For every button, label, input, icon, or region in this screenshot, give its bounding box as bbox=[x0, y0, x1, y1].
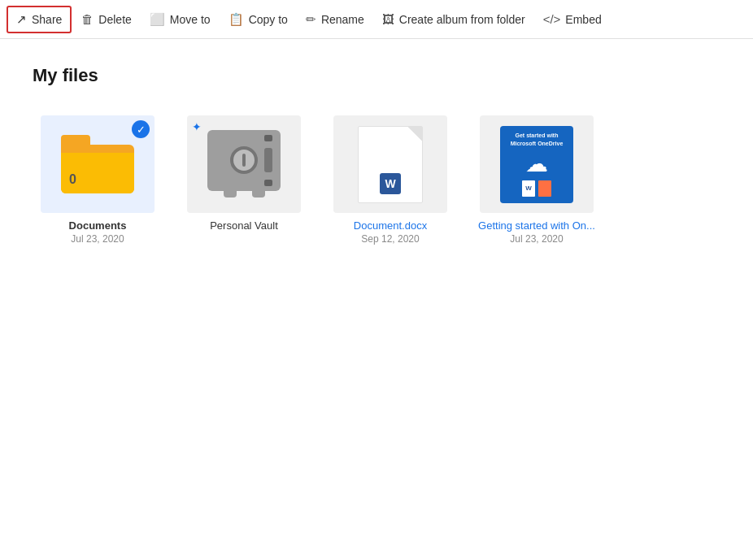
rename-label: Rename bbox=[321, 13, 364, 26]
delete-label: Delete bbox=[98, 13, 131, 26]
file-grid: 0 ✓ Documents Jul 23, 2020 bbox=[33, 109, 720, 251]
move-to-button[interactable]: ⬜ Move to bbox=[141, 7, 219, 32]
safe-icon bbox=[207, 130, 281, 199]
embed-label: Embed bbox=[565, 13, 601, 26]
embed-icon: </> bbox=[543, 12, 561, 26]
word-doc-icon: W bbox=[358, 126, 423, 203]
safe-hinge-top bbox=[264, 135, 272, 141]
folder-front: 0 bbox=[61, 153, 134, 193]
folder-tab bbox=[61, 135, 90, 148]
copy-icon: 📋 bbox=[229, 12, 244, 27]
create-album-label: Create album from folder bbox=[399, 13, 525, 26]
toolbar: ↗ Share 🗑 Delete ⬜ Move to 📋 Copy to ✏ R… bbox=[0, 0, 753, 39]
move-icon: ⬜ bbox=[150, 12, 165, 27]
docx-name: Document.docx bbox=[354, 219, 427, 232]
vault-thumbnail: ✦ bbox=[187, 115, 301, 213]
safe-feet bbox=[207, 191, 281, 198]
onedrive-cover: Get started withMicrosoft OneDrive ☁ W bbox=[500, 126, 573, 203]
rename-button[interactable]: ✏ Rename bbox=[298, 7, 372, 32]
file-item-documents[interactable]: 0 ✓ Documents Jul 23, 2020 bbox=[33, 109, 163, 251]
docx-date: Sep 12, 2020 bbox=[361, 233, 419, 245]
file-item-docx[interactable]: W Document.docx Sep 12, 2020 bbox=[325, 109, 455, 251]
selected-check-badge: ✓ bbox=[132, 120, 150, 138]
od-photo-small-icon bbox=[538, 180, 551, 197]
page-title: My files bbox=[33, 65, 720, 86]
file-item-vault[interactable]: ✦ Personal Vault bbox=[179, 109, 309, 251]
folder-icon: 0 bbox=[61, 135, 134, 193]
onedrive-name: Getting started with On... bbox=[478, 219, 595, 232]
od-doc-small-icon: W bbox=[522, 180, 535, 197]
docx-thumbnail: W bbox=[333, 115, 447, 213]
safe-dial bbox=[230, 146, 258, 174]
create-album-button[interactable]: 🖼 Create album from folder bbox=[374, 7, 533, 31]
album-icon: 🖼 bbox=[382, 12, 394, 26]
folder-count: 0 bbox=[69, 172, 76, 187]
onedrive-date: Jul 23, 2020 bbox=[510, 233, 563, 245]
safe-body bbox=[207, 130, 281, 191]
rename-icon: ✏ bbox=[306, 12, 316, 27]
embed-button[interactable]: </> Embed bbox=[535, 7, 610, 31]
onedrive-thumbnail: Get started withMicrosoft OneDrive ☁ W bbox=[480, 115, 594, 213]
safe-handle bbox=[264, 148, 272, 172]
main-content: My files 0 ✓ Documents Jul 23, 2020 bbox=[0, 39, 753, 277]
documents-thumbnail: 0 ✓ bbox=[41, 115, 155, 213]
delete-icon: 🗑 bbox=[81, 12, 94, 26]
vault-name: Personal Vault bbox=[210, 219, 278, 232]
move-to-label: Move to bbox=[170, 13, 211, 26]
file-item-onedrive[interactable]: Get started withMicrosoft OneDrive ☁ W G… bbox=[472, 109, 602, 251]
documents-name: Documents bbox=[69, 219, 127, 232]
vault-arrow-icon: ✦ bbox=[192, 120, 202, 133]
od-cover-text: Get started withMicrosoft OneDrive bbox=[511, 132, 564, 146]
copy-to-button[interactable]: 📋 Copy to bbox=[220, 7, 296, 32]
od-bottom-icons: W bbox=[522, 180, 551, 197]
share-button[interactable]: ↗ Share bbox=[7, 6, 72, 33]
safe-hinge-bottom bbox=[264, 180, 272, 186]
od-cloud-icon: ☁ bbox=[525, 150, 548, 177]
documents-date: Jul 23, 2020 bbox=[71, 233, 124, 245]
word-badge: W bbox=[380, 173, 401, 194]
word-doc-corner bbox=[407, 127, 422, 141]
share-icon: ↗ bbox=[16, 12, 27, 27]
delete-button[interactable]: 🗑 Delete bbox=[73, 7, 139, 31]
copy-to-label: Copy to bbox=[249, 13, 288, 26]
share-label: Share bbox=[32, 13, 62, 26]
